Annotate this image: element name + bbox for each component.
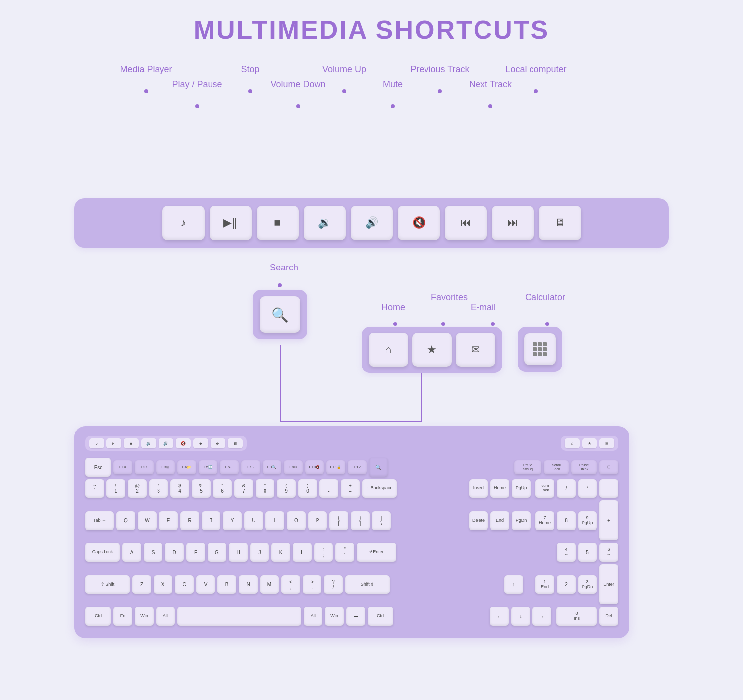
key-g[interactable]: G (208, 543, 226, 562)
key-e[interactable]: E (159, 511, 178, 530)
f1-key[interactable]: F1X (113, 460, 132, 474)
num-del[interactable]: Del (599, 607, 618, 626)
favorites-key[interactable]: ★ (412, 333, 452, 367)
num-7[interactable]: 7Home (535, 511, 554, 530)
email-key[interactable]: ✉ (456, 333, 495, 367)
scroll-lock-key[interactable]: ScrollLock (544, 460, 569, 474)
key-w[interactable]: W (138, 511, 157, 530)
nav-home[interactable]: Home (490, 479, 509, 498)
volume-up-key[interactable]: 🔊 (351, 206, 393, 240)
key-fn[interactable]: Fn (113, 607, 132, 626)
key-r[interactable]: R (180, 511, 199, 530)
key-win-right[interactable]: Win (325, 607, 344, 626)
mini-media-key-6[interactable]: 🔇 (176, 438, 191, 448)
f8-key[interactable]: F8🔍 (263, 460, 281, 474)
key-f[interactable]: F (186, 543, 205, 562)
esc-key[interactable]: Esc (85, 458, 111, 477)
key-period[interactable]: >. (303, 575, 321, 594)
num-2[interactable]: 2 (557, 575, 576, 594)
key-y[interactable]: Y (223, 511, 242, 530)
key-6[interactable]: ^6 (213, 479, 232, 498)
key-comma[interactable]: <, (281, 575, 300, 594)
key-i[interactable]: I (265, 511, 284, 530)
key-capslock[interactable]: Caps Lock (85, 543, 120, 562)
key-equals[interactable]: += (341, 479, 360, 498)
num-9[interactable]: 9PgUp (578, 511, 597, 530)
key-2[interactable]: @2 (128, 479, 147, 498)
key-t[interactable]: T (202, 511, 220, 530)
home-key[interactable]: ⌂ (369, 333, 408, 367)
mini-media-key-4[interactable]: 🔉 (141, 438, 156, 448)
nav-pgdn[interactable]: PgDn (512, 511, 531, 530)
num-plus[interactable]: + (599, 500, 618, 540)
key-n[interactable]: N (239, 575, 258, 594)
key-menu[interactable]: ☰ (346, 607, 365, 626)
key-p[interactable]: P (308, 511, 327, 530)
mini-media-key-5[interactable]: 🔊 (159, 438, 173, 448)
num-slash[interactable]: / (557, 479, 576, 498)
num-1[interactable]: 1End (535, 575, 554, 594)
f7-key[interactable]: F7→ (241, 460, 260, 474)
key-semicolon[interactable]: :; (314, 543, 333, 562)
key-7[interactable]: &7 (234, 479, 253, 498)
key-enter[interactable]: ↵Enter (357, 543, 396, 562)
key-rbracket[interactable]: }] (351, 511, 370, 530)
key-tab[interactable]: Tab → (85, 511, 114, 530)
f5-key[interactable]: F5🔄 (199, 460, 217, 474)
key-backspace[interactable]: ←Backspace (362, 479, 397, 498)
key-1[interactable]: !1 (106, 479, 125, 498)
key-j[interactable]: J (250, 543, 269, 562)
volume-down-key[interactable]: 🔉 (304, 206, 346, 240)
key-slash[interactable]: ?/ (324, 575, 343, 594)
num-4[interactable]: 4← (557, 543, 576, 562)
search-fn-key[interactable]: 🔍 (369, 458, 388, 477)
nav-pgup[interactable]: PgUp (512, 479, 531, 498)
arrow-up[interactable]: ↑ (504, 575, 523, 594)
key-k[interactable]: K (271, 543, 290, 562)
key-8[interactable]: *8 (256, 479, 274, 498)
key-space[interactable] (177, 607, 301, 626)
num-minus[interactable]: – (599, 479, 618, 498)
key-lbracket[interactable]: {[ (329, 511, 348, 530)
key-9[interactable]: (9 (277, 479, 296, 498)
mini-media-key-2[interactable]: ⏯ (106, 438, 121, 448)
arrow-left[interactable]: ← (490, 607, 509, 626)
key-shift-right[interactable]: Shift ⇧ (345, 575, 390, 594)
mini-calc-key[interactable]: ⊞ (599, 438, 614, 448)
f2-key[interactable]: F2X (135, 460, 154, 474)
num-6[interactable]: 6→ (599, 543, 618, 562)
num-enter[interactable]: Enter (599, 564, 618, 604)
key-ctrl-left[interactable]: Ctrl (85, 607, 111, 626)
num-5[interactable]: 5 (578, 543, 597, 562)
f9-key[interactable]: F9✉ (284, 460, 303, 474)
stop-key[interactable]: ■ (257, 206, 299, 240)
key-c[interactable]: C (175, 575, 194, 594)
f6-key[interactable]: F6← (220, 460, 239, 474)
search-key[interactable]: 🔍 (253, 290, 307, 339)
key-quote[interactable]: "' (335, 543, 354, 562)
play-pause-key[interactable]: ▶‖ (210, 206, 252, 240)
key-h[interactable]: H (229, 543, 248, 562)
mini-media-key-1[interactable]: ♪ (89, 438, 104, 448)
mini-fav-key[interactable]: ★ (582, 438, 597, 448)
key-a[interactable]: A (122, 543, 141, 562)
key-q[interactable]: Q (116, 511, 135, 530)
key-alt-left[interactable]: Alt (156, 607, 175, 626)
mute-key[interactable]: 🔇 (398, 206, 440, 240)
num-star[interactable]: * (578, 479, 597, 498)
num-lock[interactable]: NumLock (535, 479, 554, 498)
mini-media-key-9[interactable]: 🖥 (228, 438, 243, 448)
f10-key[interactable]: F10🔇 (305, 460, 324, 474)
key-o[interactable]: O (287, 511, 306, 530)
key-5[interactable]: %5 (192, 479, 211, 498)
key-v[interactable]: V (196, 575, 215, 594)
key-u[interactable]: U (244, 511, 263, 530)
key-m[interactable]: M (260, 575, 279, 594)
numpad-extra-key[interactable]: ⊞ (599, 460, 618, 474)
f11-key[interactable]: F11🔒 (326, 460, 345, 474)
f12-key[interactable]: F12 (348, 460, 367, 474)
key-backslash[interactable]: |\ (372, 511, 391, 530)
arrow-right[interactable]: → (532, 607, 551, 626)
key-s[interactable]: S (144, 543, 162, 562)
key-0[interactable]: )0 (298, 479, 317, 498)
